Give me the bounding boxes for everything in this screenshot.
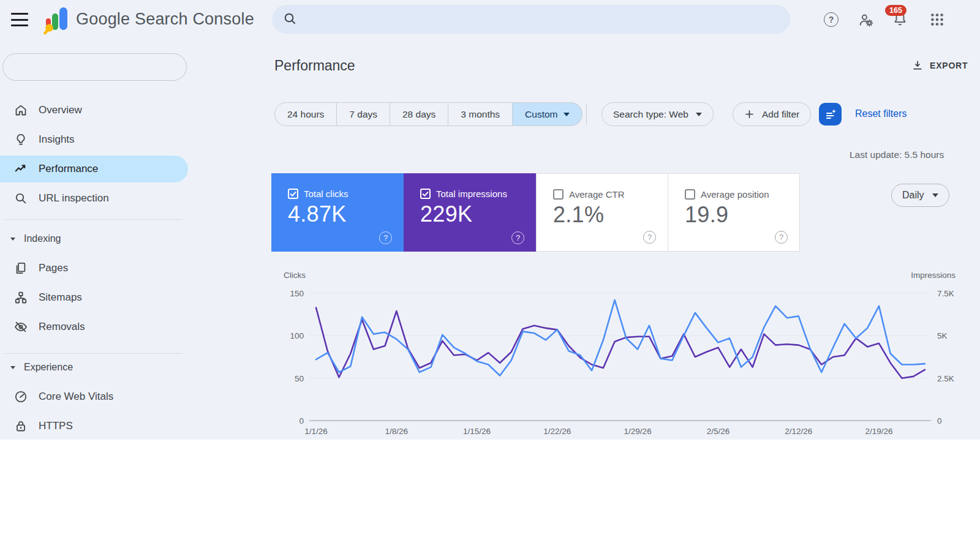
range-3-months[interactable]: 3 months [448,102,513,126]
sidebar-divider [5,219,183,220]
range-28-days[interactable]: 28 days [390,102,448,126]
user-settings-button[interactable] [858,12,874,28]
performance-chart: 00502.5K1005K1507.5KClicksImpressions1/1… [271,268,980,440]
checkbox-checked-icon[interactable] [420,189,431,199]
metric-label: Average CTR [569,189,625,200]
sidebar-item-label: Overview [39,104,82,116]
help-button[interactable]: ? [823,12,839,28]
plus-icon [744,109,755,119]
google-apps-button[interactable] [929,12,945,28]
lightbulb-icon [13,132,28,147]
add-filter-button[interactable]: Add filter [733,102,811,126]
range-custom[interactable]: Custom [513,102,582,126]
export-button[interactable]: EXPORT [911,59,968,72]
sidebar-item-core-web-vitals[interactable]: Core Web Vitals [0,383,188,410]
reset-filters-link[interactable]: Reset filters [855,108,907,119]
svg-text:1/29/26: 1/29/26 [624,427,652,436]
metric-value: 2.1% [553,202,604,228]
sidebar-item-removals[interactable]: Removals [0,313,188,340]
range-24-hours[interactable]: 24 hours [274,102,337,126]
sidebar-section-experience[interactable]: Experience [0,354,188,381]
download-icon [911,59,924,72]
property-selector[interactable] [2,53,187,81]
lock-icon [13,419,28,433]
apps-grid-icon [929,12,945,28]
help-icon[interactable]: ? [643,231,656,244]
chevron-down-icon [564,113,570,116]
help-icon: ? [824,12,839,27]
sidebar-item-url-inspection[interactable]: URL inspection [0,185,188,212]
checkbox-unchecked-icon[interactable] [685,189,695,200]
metric-value: 229K [420,201,472,227]
svg-text:100: 100 [290,331,304,340]
page-title: Performance [274,58,355,74]
sidebar-item-overview[interactable]: Overview [0,97,188,124]
user-gear-icon [858,12,874,28]
svg-text:5K: 5K [937,331,948,340]
sidebar-item-insights[interactable]: Insights [0,126,188,153]
range-custom-label: Custom [525,109,557,120]
sidebar-item-label: Sitemaps [39,291,82,304]
average-ctr-card[interactable]: Average CTR 2.1% ? [536,173,668,252]
svg-text:Clicks: Clicks [284,271,306,280]
svg-text:Impressions: Impressions [911,271,956,280]
svg-text:1/15/26: 1/15/26 [463,427,491,436]
svg-text:2.5K: 2.5K [937,374,954,383]
total-impressions-card[interactable]: Total impressions 229K ? [404,173,536,252]
svg-text:1/8/26: 1/8/26 [385,427,409,436]
menu-icon[interactable] [11,13,28,26]
svg-text:1/1/26: 1/1/26 [304,427,328,436]
checkbox-checked-icon[interactable] [288,189,298,199]
app-title: Google Search Console [76,10,254,29]
metric-label: Average position [701,189,769,200]
svg-text:150: 150 [290,289,304,298]
help-icon[interactable]: ? [511,231,524,244]
chevron-down-icon [10,238,15,241]
notification-count-badge: 165 [885,5,907,16]
pages-icon [13,261,28,276]
metric-cards: Total clicks 4.87K ? Total impressions 2… [271,173,800,252]
svg-text:2/12/26: 2/12/26 [785,427,812,436]
granularity-dropdown[interactable]: Daily [891,184,949,207]
checkbox-unchecked-icon[interactable] [553,189,564,200]
eye-off-icon [13,320,28,334]
last-update-text: Last update: 5.5 hours [850,149,944,160]
search-console-logo-icon [43,6,71,37]
sidebar-item-sitemaps[interactable]: Sitemaps [0,284,188,311]
sidebar-item-label: Removals [39,321,85,333]
svg-text:2/5/26: 2/5/26 [707,427,730,436]
sidebar-item-label: Performance [39,163,98,175]
sidebar-item-pages[interactable]: Pages [0,255,188,282]
trending-up-icon [13,162,28,176]
metric-label: Total impressions [436,189,507,199]
search-icon [282,11,297,28]
granularity-label: Daily [902,190,924,201]
sidebar-item-label: HTTPS [39,420,73,432]
total-clicks-card[interactable]: Total clicks 4.87K ? [271,173,404,252]
chevron-down-icon [932,193,938,197]
search-console-app: Google Search Console ? [0,0,980,440]
chevron-down-icon [696,113,702,116]
range-7-days[interactable]: 7 days [337,102,390,126]
sidebar-item-performance[interactable]: Performance [0,156,188,182]
section-label: Indexing [24,233,61,244]
svg-text:2/19/26: 2/19/26 [865,427,892,436]
help-icon[interactable]: ? [775,231,788,244]
filter-sparkle-icon [823,107,838,122]
svg-text:1/22/26: 1/22/26 [543,427,571,436]
average-position-card[interactable]: Average position 19.9 ? [668,173,800,252]
search-input[interactable] [272,5,790,34]
svg-text:50: 50 [295,374,304,383]
metric-value: 19.9 [685,202,728,228]
sidebar-section-indexing[interactable]: Indexing [0,225,188,252]
search-type-dropdown[interactable]: Search type: Web [601,102,714,126]
speedometer-icon [13,389,28,404]
svg-text:7.5K: 7.5K [937,289,954,298]
sidebar-item-label: Pages [39,262,68,274]
magnifier-icon [13,191,28,206]
smart-filter-button[interactable] [819,103,842,126]
sidebar-item-label: URL inspection [39,192,109,204]
help-icon[interactable]: ? [379,231,392,244]
sidebar-item-https[interactable]: HTTPS [0,413,188,440]
notifications-button[interactable]: 165 [892,10,909,29]
